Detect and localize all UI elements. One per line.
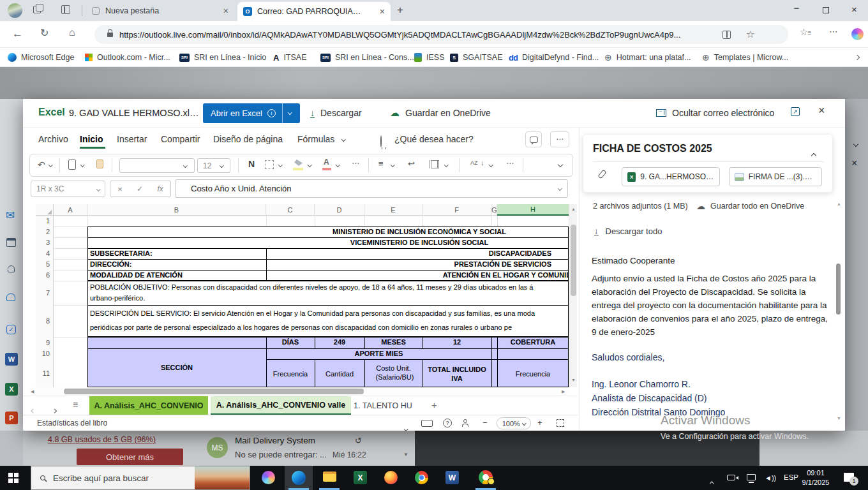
cell-aporte-mies[interactable]: APORTE MIES bbox=[266, 350, 491, 357]
taskbar-edge-icon[interactable] bbox=[292, 471, 306, 485]
cell-costo-unit[interactable]: Costo Unit. (Salario/BU) bbox=[364, 364, 423, 382]
collections-icon[interactable]: ☆≡ bbox=[800, 27, 811, 37]
col-header-d[interactable]: D bbox=[315, 204, 364, 216]
menu-compartir[interactable]: Compartir bbox=[161, 134, 200, 144]
taskbar-firefox-icon[interactable] bbox=[384, 471, 398, 484]
col-header-a[interactable]: A bbox=[54, 204, 87, 216]
cell-dias-value[interactable]: 249 bbox=[315, 338, 364, 346]
tab-close-icon[interactable]: × bbox=[380, 6, 385, 17]
font-more-icon[interactable]: ⋯ bbox=[352, 159, 359, 168]
cell-title-viceministerio[interactable]: VICEMINISTERIO DE INCLUSIÓN SOCIAL bbox=[269, 239, 569, 246]
bookmark-item[interactable]: ⊕ Hotmart: una plataf... bbox=[604, 48, 691, 67]
sort-chevron-icon[interactable] bbox=[489, 163, 493, 167]
cell-descripcion-line1[interactable]: DESCRIPCIÓN DEL SERVICIO: El servicio At… bbox=[90, 309, 535, 317]
formula-expand-chevron-icon[interactable] bbox=[558, 186, 562, 190]
align-chevron-icon[interactable] bbox=[391, 163, 394, 167]
hscroll-left-icon[interactable]: ◀ bbox=[31, 389, 34, 394]
row-header[interactable]: 1 bbox=[46, 216, 50, 226]
attachment-chip-excel[interactable]: X 9. GA...HERMOSO.xlsm bbox=[622, 167, 720, 186]
hide-email-button[interactable]: → Ocultar correo electrónico bbox=[656, 106, 774, 120]
sheet-list-icon[interactable]: ≡ bbox=[73, 399, 78, 410]
paste-chevron-icon[interactable] bbox=[80, 163, 84, 167]
menu-more-chevron-icon[interactable] bbox=[341, 137, 345, 141]
bookmark-item[interactable]: Microsoft Edge bbox=[8, 48, 74, 67]
name-box[interactable]: 1R x 3C bbox=[31, 181, 105, 197]
storage-link[interactable]: 4.8 GB usados de 5 GB (96%) bbox=[48, 435, 156, 444]
cell-modalidad-value[interactable]: ATENCIÓN EN EL HOGAR Y COMUNIDAD bbox=[269, 271, 569, 279]
taskbar-search-box[interactable]: Escribe aquí para buscar bbox=[31, 466, 250, 490]
open-in-excel-button[interactable]: Abrir en Excel i bbox=[203, 103, 300, 123]
col-header-h-selected[interactable]: H bbox=[497, 204, 569, 216]
split-screen-icon[interactable] bbox=[722, 31, 731, 39]
back-icon[interactable]: ← bbox=[12, 27, 23, 40]
tray-network-icon[interactable] bbox=[747, 474, 756, 480]
help-icon[interactable]: ? bbox=[443, 419, 452, 427]
cell-total-iva[interactable]: TOTAL INCLUIDO IVA bbox=[423, 365, 491, 383]
fullscreen-icon[interactable] bbox=[557, 419, 564, 427]
todo-check-icon[interactable]: ✓ bbox=[6, 325, 16, 334]
col-header-c[interactable]: C bbox=[266, 204, 315, 216]
ribbon-collapse-chevron-icon[interactable] bbox=[558, 162, 563, 167]
window-minimize-button[interactable]: − bbox=[788, 3, 805, 13]
row-header[interactable]: 10 bbox=[42, 348, 50, 359]
word-app-icon[interactable]: W bbox=[5, 353, 18, 366]
calendar-icon[interactable] bbox=[6, 238, 16, 247]
download-all-button[interactable]: ↓ Descargar todo bbox=[594, 225, 662, 237]
undo-chevron-icon[interactable] bbox=[49, 163, 52, 167]
url-text[interactable]: https://outlook.live.com/mail/0/inbox/id… bbox=[119, 30, 716, 40]
font-color-icon[interactable]: A bbox=[324, 158, 329, 167]
fill-color-icon[interactable] bbox=[294, 160, 303, 166]
fill-chevron-icon[interactable] bbox=[308, 163, 311, 167]
font-name-select[interactable] bbox=[119, 158, 195, 173]
bookmarks-overflow-icon[interactable] bbox=[855, 52, 859, 61]
row-header[interactable]: 2 bbox=[46, 226, 50, 237]
sheet-tab-3[interactable]: 1. TALENTO HU bbox=[354, 396, 419, 415]
message-sender[interactable]: Mail Delivery System bbox=[235, 436, 315, 445]
copilot-icon[interactable] bbox=[851, 28, 864, 40]
grid-hscrollbar[interactable]: ◀ ▶ bbox=[28, 387, 569, 396]
groups-icon[interactable] bbox=[6, 293, 15, 301]
bold-button[interactable]: N bbox=[248, 159, 255, 169]
cell-descripcion-line2[interactable]: periódicas por parte de personal especia… bbox=[90, 323, 512, 331]
grid-vscrollbar[interactable]: ▲ ▼ bbox=[569, 204, 577, 387]
row-header[interactable]: 5 bbox=[46, 259, 50, 270]
expand-chevron-icon[interactable] bbox=[854, 137, 858, 149]
get-more-button[interactable]: Obtener más bbox=[77, 449, 183, 465]
accessibility-icon[interactable] bbox=[463, 419, 467, 423]
vscroll-down-icon[interactable]: ▼ bbox=[571, 378, 576, 382]
menu-inicio[interactable]: Inicio bbox=[80, 134, 103, 144]
insert-function-icon[interactable]: fx bbox=[157, 184, 163, 193]
save-all-onedrive-button[interactable]: ☁ Guardar todo en OneDrive bbox=[696, 200, 804, 212]
select-all-corner[interactable] bbox=[36, 204, 54, 216]
sheet-next-icon[interactable] bbox=[53, 403, 56, 415]
cell-direccion-label[interactable]: DIRECCIÓN: bbox=[90, 260, 131, 268]
zoom-in-icon[interactable]: + bbox=[537, 418, 542, 427]
address-bar[interactable]: https://outlook.live.com/mail/0/inbox/id… bbox=[94, 25, 788, 44]
vertical-tabs-icon[interactable] bbox=[61, 5, 70, 14]
window-restore-button[interactable] bbox=[823, 7, 829, 13]
undo-icon[interactable]: ↶ bbox=[38, 160, 45, 170]
bookmark-item[interactable]: A ITSAE bbox=[273, 48, 307, 67]
cell-poblacion-line2[interactable]: urbano-periférico. bbox=[90, 294, 145, 302]
font-size-select[interactable]: 12 bbox=[197, 158, 230, 173]
email-scroll-up-icon[interactable]: ▲ bbox=[837, 202, 841, 206]
excel-app-icon[interactable]: X bbox=[5, 383, 18, 396]
zoom-out-icon[interactable]: − bbox=[483, 418, 488, 427]
download-button[interactable]: ↓ Descargar bbox=[310, 106, 362, 120]
powerpoint-app-icon[interactable]: P bbox=[5, 412, 18, 424]
browser-menu-icon[interactable]: ⋯ bbox=[829, 26, 838, 36]
popout-icon[interactable]: ↗ bbox=[791, 107, 800, 116]
cell-dias-label[interactable]: DÍAS bbox=[266, 338, 315, 346]
cell-subsecretaria-value[interactable]: DISCAPACIDADES bbox=[269, 249, 551, 257]
sort-filter-icon[interactable]: AZ bbox=[470, 160, 481, 166]
row-header[interactable]: 6 bbox=[46, 270, 50, 281]
sheet-prev-icon[interactable] bbox=[32, 403, 35, 415]
cell-poblacion-line1[interactable]: POBLACIÓN OBJETIVO: Personas con discapa… bbox=[90, 283, 533, 291]
message-preview[interactable]: No se puede entregar: ... bbox=[235, 450, 327, 459]
vscroll-up-icon[interactable]: ▲ bbox=[571, 207, 576, 211]
browser-profile-avatar[interactable] bbox=[8, 3, 22, 18]
tray-volume-icon[interactable]: ◄)) bbox=[765, 474, 776, 482]
add-sheet-icon[interactable]: + bbox=[431, 399, 437, 410]
hscroll-thumb[interactable] bbox=[64, 389, 364, 394]
col-header-g[interactable]: G bbox=[491, 204, 497, 216]
